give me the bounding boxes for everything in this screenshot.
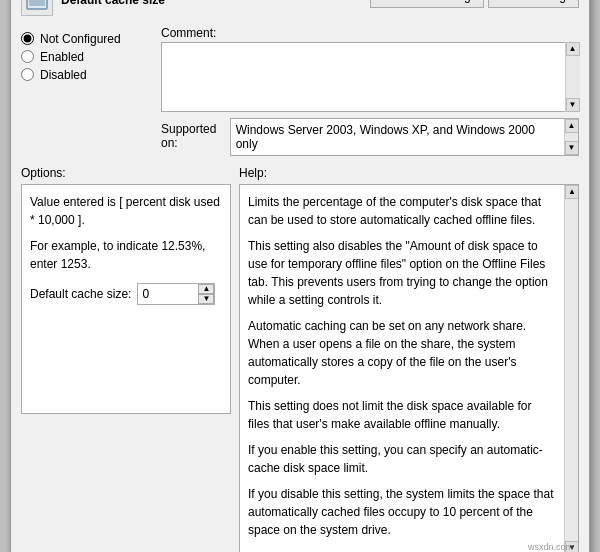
help-label: Help: bbox=[239, 166, 579, 180]
radio-section: Not Configured Enabled Disabled bbox=[21, 32, 151, 82]
comment-scrollbar[interactable]: ▲ ▼ bbox=[565, 42, 579, 112]
enabled-radio[interactable] bbox=[21, 50, 34, 63]
help-p3: Automatic caching can be set on any netw… bbox=[248, 317, 554, 389]
not-configured-radio[interactable] bbox=[21, 32, 34, 45]
spinner-down[interactable]: ▼ bbox=[198, 294, 214, 304]
help-scroll-up[interactable]: ▲ bbox=[565, 185, 579, 199]
help-p1: Limits the percentage of the computer's … bbox=[248, 193, 554, 229]
disabled-label: Disabled bbox=[40, 68, 87, 82]
options-line2: For example, to indicate 12.53%, enter 1… bbox=[30, 237, 222, 273]
comment-scroll-track[interactable] bbox=[566, 56, 580, 98]
comment-label: Comment: bbox=[161, 26, 579, 40]
cache-size-spinner: ▲ ▼ bbox=[137, 283, 215, 305]
previous-setting-button[interactable]: Previous Setting bbox=[370, 0, 483, 8]
supported-label: Supported on: bbox=[161, 122, 224, 150]
options-panel: Value entered is [ percent disk used * 1… bbox=[21, 184, 231, 414]
middle-section: Not Configured Enabled Disabled Comment: bbox=[21, 26, 579, 156]
cache-size-label: Default cache size: bbox=[30, 287, 131, 301]
help-p6: If you disable this setting, the system … bbox=[248, 485, 554, 539]
comment-scroll-up[interactable]: ▲ bbox=[566, 42, 580, 56]
supported-scroll-track[interactable] bbox=[565, 133, 579, 141]
disabled-option: Disabled bbox=[21, 68, 151, 82]
top-right-buttons: Previous Setting Next Setting bbox=[370, 0, 579, 8]
spinner-buttons: ▲ ▼ bbox=[198, 284, 214, 304]
setting-title: Default cache size bbox=[61, 0, 165, 7]
panels-row: Options: Value entered is [ percent disk… bbox=[21, 166, 579, 553]
cache-size-input[interactable] bbox=[138, 284, 198, 304]
supported-section: Supported on: Windows Server 2003, Windo… bbox=[161, 118, 579, 156]
disabled-radio[interactable] bbox=[21, 68, 34, 81]
cache-size-row: Default cache size: ▲ ▼ bbox=[30, 283, 222, 305]
comment-panel: Comment: ▲ ▼ Supported on: Windows Serve… bbox=[161, 26, 579, 156]
help-panel: Limits the percentage of the computer's … bbox=[239, 184, 579, 553]
top-left: Default cache size bbox=[21, 0, 165, 16]
comment-scroll-down[interactable]: ▼ bbox=[566, 98, 580, 112]
not-configured-label: Not Configured bbox=[40, 32, 121, 46]
not-configured-option: Not Configured bbox=[21, 32, 151, 46]
help-scrollbar[interactable]: ▲ ▼ bbox=[564, 185, 578, 553]
next-setting-button[interactable]: Next Setting bbox=[488, 0, 579, 8]
help-scroll-track[interactable] bbox=[565, 199, 579, 541]
main-window: 📄 Default cache size ─ □ ✕ bbox=[10, 0, 590, 552]
supported-box: Windows Server 2003, Windows XP, and Win… bbox=[230, 118, 579, 156]
enabled-label: Enabled bbox=[40, 50, 84, 64]
options-label: Options: bbox=[21, 166, 231, 180]
help-text: Limits the percentage of the computer's … bbox=[248, 193, 554, 539]
spinner-up[interactable]: ▲ bbox=[198, 284, 214, 294]
supported-scrollbar[interactable]: ▲ ▼ bbox=[564, 119, 578, 155]
help-p4: This setting does not limit the disk spa… bbox=[248, 397, 554, 433]
comment-textarea[interactable] bbox=[161, 42, 579, 112]
radio-panel: Not Configured Enabled Disabled bbox=[21, 26, 151, 156]
supported-scroll-up[interactable]: ▲ bbox=[565, 119, 579, 133]
options-column: Options: Value entered is [ percent disk… bbox=[21, 166, 231, 553]
help-p5: If you enable this setting, you can spec… bbox=[248, 441, 554, 477]
window-body: Default cache size Previous Setting Next… bbox=[11, 0, 589, 552]
top-section: Default cache size Previous Setting Next… bbox=[21, 0, 579, 16]
help-p2: This setting also disables the "Amount o… bbox=[248, 237, 554, 309]
options-line1: Value entered is [ percent disk used * 1… bbox=[30, 193, 222, 229]
enabled-option: Enabled bbox=[21, 50, 151, 64]
help-content: Limits the percentage of the computer's … bbox=[248, 193, 570, 539]
supported-scroll-down[interactable]: ▼ bbox=[565, 141, 579, 155]
watermark: wsxdn.com bbox=[528, 542, 573, 552]
supported-value: Windows Server 2003, Windows XP, and Win… bbox=[236, 123, 573, 151]
setting-icon bbox=[21, 0, 53, 16]
help-column: Help: Limits the percentage of the compu… bbox=[239, 166, 579, 553]
